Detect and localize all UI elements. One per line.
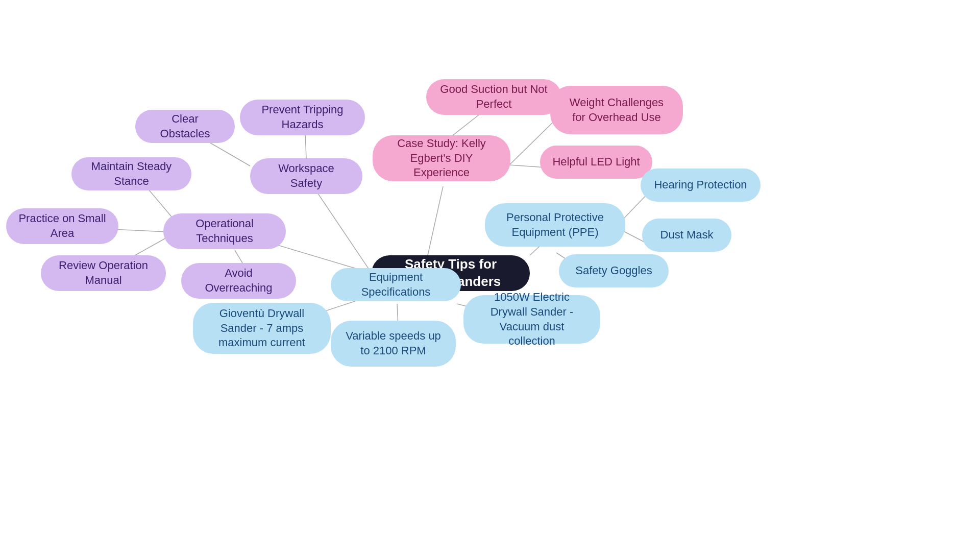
operational-techniques-node: Operational Techniques	[163, 213, 286, 249]
variable-speeds-node: Variable speeds up to 2100 RPM	[331, 321, 456, 367]
workspace-safety-node: Workspace Safety	[250, 158, 362, 194]
prevent-tripping-node: Prevent Tripping Hazards	[240, 100, 365, 135]
good-suction-node: Good Suction but Not Perfect	[426, 79, 561, 115]
svg-line-13	[623, 193, 648, 220]
svg-line-8	[428, 186, 443, 255]
safety-goggles-node: Safety Goggles	[559, 254, 669, 287]
equipment-specs-node: Equipment Specifications	[331, 268, 461, 301]
helpful-led-node: Helpful LED Light	[540, 146, 652, 179]
case-study-node: Case Study: Kelly Egbert's DIY Experienc…	[373, 135, 510, 181]
ppe-node: Personal Protective Equipment (PPE)	[485, 203, 625, 247]
hearing-protection-node: Hearing Protection	[641, 169, 761, 202]
practice-small-area-node: Practice on Small Area	[6, 208, 118, 244]
electric-drywall-node: 1050W Electric Drywall Sander - Vacuum d…	[463, 295, 600, 344]
avoid-overreaching-node: Avoid Overreaching	[181, 263, 296, 299]
weight-challenges-node: Weight Challenges for Overhead Use	[550, 86, 683, 134]
maintain-stance-node: Maintain Steady Stance	[71, 157, 191, 190]
gioventu-sander-node: Gioventù Drywall Sander - 7 amps maximum…	[193, 303, 331, 354]
dust-mask-node: Dust Mask	[642, 219, 731, 252]
clear-obstacles-node: Clear Obstacles	[135, 110, 235, 143]
review-manual-node: Review Operation Manual	[41, 255, 166, 291]
